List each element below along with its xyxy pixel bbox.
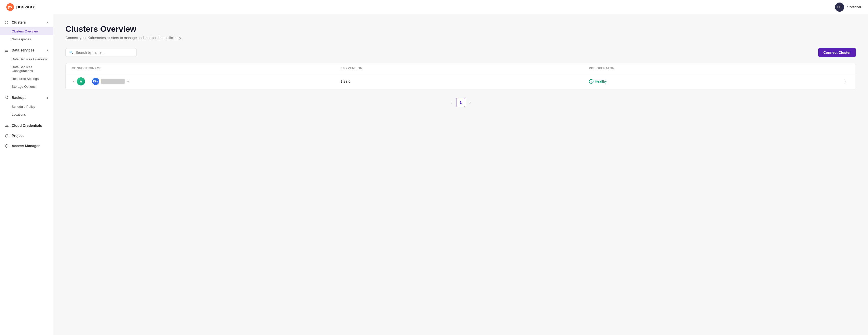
col-connection: CONNECTION	[72, 66, 92, 70]
k8s-version-cell: 1.29.0	[341, 79, 589, 83]
col-k8s-version: K8S VERSION	[341, 66, 589, 70]
clusters-label: Clusters	[12, 20, 26, 24]
sidebar-section-left-bk: ↺ Backups	[4, 95, 26, 100]
clusters-table: CONNECTION NAME K8S VERSION PDS OPERATOR…	[65, 63, 856, 90]
sidebar-section-header-data-services[interactable]: ☰ Data services ▲	[0, 45, 53, 55]
user-name: functional-	[847, 5, 862, 9]
sidebar-item-data-services-configurations[interactable]: Data Services Configurations	[0, 63, 53, 75]
health-status: ✓ Healthy	[589, 79, 607, 84]
sidebar-item-data-services-overview[interactable]: Data Services Overview	[0, 55, 53, 63]
project-label: Project	[12, 134, 24, 138]
health-status-label: Healthy	[595, 79, 607, 83]
chevron-down-icon: ▼	[72, 80, 75, 83]
clusters-icon: ⬡	[4, 20, 9, 25]
logo-text: portworx	[16, 4, 35, 10]
row-actions-button[interactable]: ⋮	[841, 77, 849, 85]
chevron-up-icon-bk: ▲	[46, 96, 49, 99]
portworx-logo-icon: px	[6, 3, 14, 11]
search-input[interactable]	[75, 51, 133, 55]
user-area[interactable]: HE functional-	[835, 3, 862, 12]
sidebar-section-data-services: ☰ Data services ▲ Data Services Overview…	[0, 45, 53, 92]
sidebar-section-left-ds: ☰ Data services	[4, 48, 34, 53]
edit-icon[interactable]: ✏	[127, 79, 130, 83]
health-status-icon: ✓	[589, 79, 593, 84]
search-icon: 🔍	[69, 51, 73, 55]
col-name: NAME	[92, 66, 341, 70]
sidebar-item-project[interactable]: ⬡ Project	[0, 131, 53, 141]
name-cell: K8s xxxxxxxx-35 ✏	[92, 78, 341, 85]
data-services-items: Data Services Overview Data Services Con…	[0, 55, 53, 92]
sidebar-item-resource-settings[interactable]: Resource Settings	[0, 75, 53, 83]
col-pds-operator: PDS OPERATOR	[589, 66, 837, 70]
k8s-badge-icon: K8s	[92, 78, 99, 85]
connection-cell: ▼	[72, 77, 92, 86]
access-icon: ⬡	[4, 143, 9, 148]
pds-operator-cell: ✓ Healthy	[589, 79, 837, 84]
access-manager-label: Access Manager	[12, 144, 40, 148]
search-box[interactable]: 🔍	[65, 48, 136, 57]
connect-cluster-button[interactable]: Connect Cluster	[818, 48, 856, 57]
sidebar-item-clusters-overview[interactable]: Clusters Overview	[0, 27, 53, 35]
next-page-button[interactable]: ›	[467, 99, 473, 106]
sidebar-item-namespaces[interactable]: Namespaces	[0, 35, 53, 43]
page-title: Clusters Overview	[65, 24, 856, 34]
main-content: Clusters Overview Connect your Kubernete…	[53, 14, 868, 335]
table-row: ▼ K8s xxxxxxxx-35 ✏ 1.29.0	[66, 73, 856, 90]
actions-cell: ⋮	[837, 77, 849, 85]
sidebar-item-storage-options[interactable]: Storage Options	[0, 83, 53, 91]
sidebar-section-left: ⬡ Clusters	[4, 20, 26, 25]
sidebar-item-cloud-credentials[interactable]: ☁ Cloud Credentials	[0, 121, 53, 131]
chevron-up-icon-ds: ▲	[46, 48, 49, 52]
toolbar: 🔍 Connect Cluster	[65, 48, 856, 57]
sidebar-section-clusters: ⬡ Clusters ▲ Clusters Overview Namespace…	[0, 17, 53, 44]
sidebar-item-access-manager[interactable]: ⬡ Access Manager	[0, 141, 53, 151]
data-services-icon: ☰	[4, 48, 9, 53]
sidebar-item-schedule-policy[interactable]: Schedule Policy	[0, 103, 53, 110]
sidebar-item-locations[interactable]: Locations	[0, 110, 53, 119]
clusters-items: Clusters Overview Namespaces	[0, 27, 53, 44]
svg-text:px: px	[8, 5, 12, 9]
backups-icon: ↺	[4, 95, 9, 100]
connection-status-icon	[77, 77, 85, 86]
backups-items: Schedule Policy Locations	[0, 103, 53, 120]
chevron-up-icon: ▲	[46, 21, 49, 24]
cloud-credentials-label: Cloud Credentials	[12, 124, 42, 128]
user-info: functional-	[847, 5, 862, 9]
pagination: ‹ 1 ›	[65, 98, 856, 107]
avatar: HE	[835, 3, 844, 12]
sidebar: ⬡ Clusters ▲ Clusters Overview Namespace…	[0, 14, 53, 335]
cluster-name: xxxxxxxx-35	[101, 79, 125, 84]
page-subtitle: Connect your Kubernetes clusters to mana…	[65, 36, 856, 40]
sidebar-section-header-clusters[interactable]: ⬡ Clusters ▲	[0, 17, 53, 27]
topnav: px portworx HE functional-	[0, 0, 868, 14]
cloud-icon: ☁	[4, 123, 9, 128]
app-body: ⬡ Clusters ▲ Clusters Overview Namespace…	[0, 14, 868, 335]
table-header: CONNECTION NAME K8S VERSION PDS OPERATOR	[66, 63, 856, 73]
sidebar-section-header-backups[interactable]: ↺ Backups ▲	[0, 93, 53, 103]
project-icon: ⬡	[4, 133, 9, 138]
backups-label: Backups	[12, 96, 26, 100]
data-services-label: Data services	[12, 48, 34, 52]
page-1-button[interactable]: 1	[456, 98, 465, 107]
logo-area[interactable]: px portworx	[6, 3, 35, 11]
prev-page-button[interactable]: ‹	[448, 99, 454, 106]
sidebar-section-backups: ↺ Backups ▲ Schedule Policy Locations	[0, 93, 53, 120]
col-actions	[837, 66, 849, 70]
